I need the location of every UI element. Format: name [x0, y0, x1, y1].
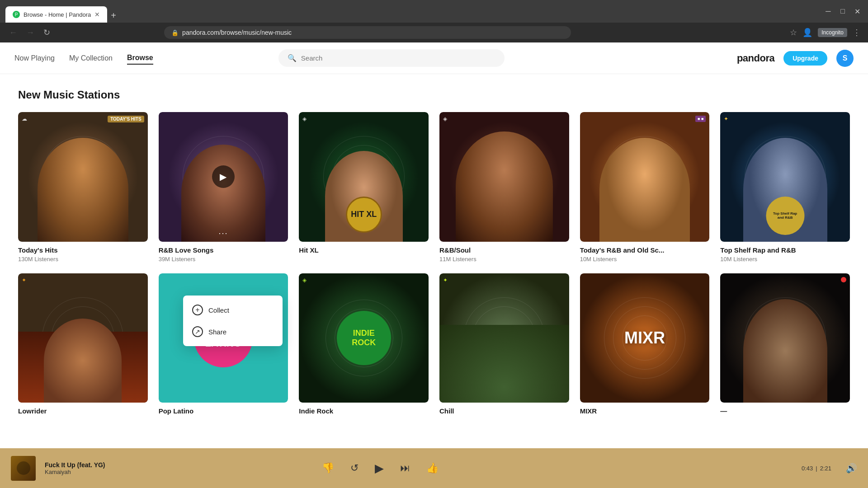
- station-card-todays-hits[interactable]: TODAY'S HITS ☁ Today's Hits 130M Listene…: [18, 112, 148, 263]
- station-card-indie-rock[interactable]: INDIEROCK ◈ Indie Rock: [299, 273, 429, 417]
- dots-overlay[interactable]: ···: [218, 229, 228, 238]
- menu-icon[interactable]: ⋮: [853, 28, 861, 38]
- station-name: R&B Love Songs: [159, 246, 288, 254]
- now-playing-bar: Fuck It Up (feat. YG) Kamaiyah 👎 ↺ ▶ ⏭ 👍…: [0, 448, 868, 488]
- browser-chrome: P Browse - Home | Pandora ✕ + ─ □ ✕: [0, 0, 868, 23]
- section-title: New Music Stations: [18, 89, 850, 101]
- close-button[interactable]: ✕: [852, 6, 863, 17]
- station-name: Top Shelf Rap and R&B: [720, 246, 850, 254]
- now-playing-thumb: [11, 456, 36, 481]
- now-playing-nav[interactable]: Now Playing: [14, 52, 55, 64]
- time-total: 2:21: [820, 465, 831, 472]
- station-card-rnb-love[interactable]: ▶ ··· R&B Love Songs 39M Listeners: [159, 112, 288, 263]
- station-card-last[interactable]: —: [720, 273, 850, 417]
- thumbs-up-button[interactable]: 👍: [425, 460, 440, 476]
- station-card-mixr[interactable]: MIXR MIXR: [580, 273, 710, 417]
- maximize-button[interactable]: □: [837, 6, 848, 17]
- station-card-hit-xl[interactable]: HIT XL ◈ Hit XL: [299, 112, 429, 263]
- user-avatar[interactable]: S: [836, 50, 854, 67]
- reload-button[interactable]: ↻: [42, 26, 52, 39]
- station-name: Indie Rock: [299, 407, 429, 415]
- tab-title: Browse - Home | Pandora: [24, 11, 91, 18]
- lock-icon: 🔒: [171, 29, 179, 36]
- pandora-logo: pandora: [737, 52, 774, 64]
- now-playing-title: Fuck It Up (feat. YG): [45, 461, 135, 469]
- todays-hits-badge: TODAY'S HITS: [108, 116, 144, 122]
- station-name: Pop Latino: [159, 407, 288, 415]
- active-tab[interactable]: P Browse - Home | Pandora ✕: [5, 6, 107, 23]
- station-card-rnb-soul[interactable]: ◈ R&B/Soul 11M Listeners: [439, 112, 569, 263]
- station-card-lowrider[interactable]: ✦ Lowrider: [18, 273, 148, 417]
- main-content: New Music Stations TODAY'S HITS ☁ Today'…: [0, 74, 868, 448]
- station-listeners: 130M Listeners: [18, 256, 148, 263]
- my-collection-nav[interactable]: My Collection: [69, 52, 113, 64]
- station-listeners: 39M Listeners: [159, 256, 288, 263]
- play-pause-button[interactable]: ▶: [373, 460, 386, 477]
- share-icon: ↗: [192, 326, 203, 337]
- upgrade-button[interactable]: Upgrade: [783, 51, 827, 66]
- station-name: Hit XL: [299, 246, 429, 254]
- url-bar[interactable]: 🔒 pandora.com/browse/music/new-music: [164, 26, 571, 39]
- volume-button[interactable]: 🔊: [846, 463, 857, 474]
- todays-hits-icon: ☁: [22, 116, 27, 122]
- station-name: Chill: [439, 407, 569, 415]
- forward-button[interactable]: →: [24, 26, 36, 39]
- stations-row-1: TODAY'S HITS ☁ Today's Hits 130M Listene…: [18, 112, 850, 263]
- station-card-chill[interactable]: ✦ Chill: [439, 273, 569, 417]
- station-name: Lowrider: [18, 407, 148, 415]
- tab-close-button[interactable]: ✕: [94, 11, 100, 18]
- context-menu: + Collect ↗ Share: [183, 296, 283, 346]
- station-name: Today's Hits: [18, 246, 148, 254]
- back-button[interactable]: ←: [7, 26, 19, 39]
- minimize-button[interactable]: ─: [823, 6, 834, 17]
- profile-icon[interactable]: 👤: [802, 28, 812, 38]
- thumbs-down-button[interactable]: 👎: [320, 460, 336, 476]
- browser-address-bar: ← → ↻ 🔒 pandora.com/browse/music/new-mus…: [0, 23, 868, 42]
- replay-button[interactable]: ↺: [349, 460, 360, 476]
- time-current: 0:43: [802, 465, 813, 472]
- playback-time: 0:43 | 2:21: [802, 465, 831, 472]
- bookmark-icon[interactable]: ☆: [790, 28, 797, 38]
- station-listeners: 11M Listeners: [439, 256, 569, 263]
- station-listeners: 10M Listeners: [580, 256, 710, 263]
- collect-label: Collect: [208, 306, 229, 314]
- tab-favicon: P: [13, 11, 20, 18]
- search-icon: 🔍: [288, 54, 297, 62]
- now-playing-info: Fuck It Up (feat. YG) Kamaiyah: [45, 461, 135, 475]
- browse-nav[interactable]: Browse: [127, 52, 153, 65]
- rnb-soul-icon: ◈: [443, 116, 447, 122]
- play-overlay[interactable]: ▶: [212, 165, 235, 188]
- incognito-badge: Incognito: [818, 28, 847, 37]
- station-name: MIXR: [580, 407, 710, 415]
- time-separator: |: [816, 465, 817, 472]
- skip-button[interactable]: ⏭: [398, 460, 412, 476]
- search-bar[interactable]: 🔍: [278, 49, 505, 67]
- main-nav: Now Playing My Collection Browse: [14, 52, 153, 65]
- new-tab-button[interactable]: +: [107, 9, 120, 23]
- collect-icon: +: [192, 305, 203, 315]
- window-controls: ─ □ ✕: [823, 6, 863, 17]
- share-menu-item[interactable]: ↗ Share: [183, 321, 283, 343]
- share-label: Share: [208, 328, 226, 336]
- station-card-top-shelf[interactable]: Top Shelf Rap and R&B ✦ Top Shelf Rap an…: [720, 112, 850, 263]
- station-card-todays-rnb[interactable]: ■ ■ Today's R&B and Old Sc... 10M Listen…: [580, 112, 710, 263]
- stations-row-2: ✦ Lowrider POPLATINO Pop Latino INDI: [18, 273, 850, 417]
- collect-menu-item[interactable]: + Collect: [183, 299, 283, 321]
- hit-xl-icon: ◈: [302, 116, 307, 122]
- station-listeners: 10M Listeners: [720, 256, 850, 263]
- browser-actions: ☆ 👤 Incognito ⋮: [790, 28, 861, 38]
- now-playing-artist: Kamaiyah: [45, 469, 135, 475]
- app-header: Now Playing My Collection Browse 🔍 pando…: [0, 42, 868, 74]
- station-name: R&B/Soul: [439, 246, 569, 254]
- search-input[interactable]: [301, 54, 495, 62]
- browser-tabs: P Browse - Home | Pandora ✕ +: [5, 0, 120, 23]
- url-text: pandora.com/browse/music/new-music: [182, 29, 292, 36]
- station-name: Today's R&B and Old Sc...: [580, 246, 710, 254]
- station-name: —: [720, 407, 850, 415]
- playback-controls: 👎 ↺ ▶ ⏭ 👍: [320, 460, 440, 477]
